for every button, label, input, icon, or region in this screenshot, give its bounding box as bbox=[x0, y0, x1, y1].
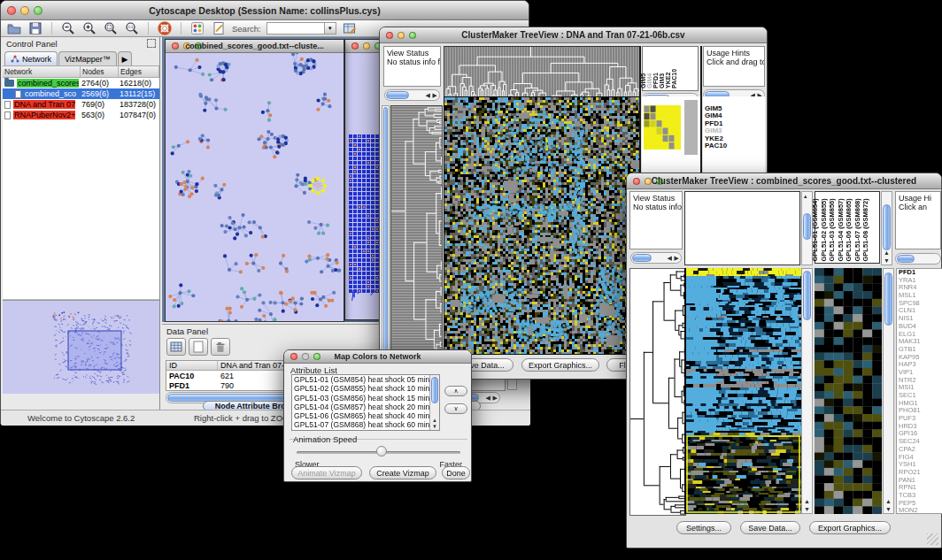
tv2-collabel-vscrollbar[interactable]: ▲▼ bbox=[881, 191, 892, 265]
zoom-selected-icon[interactable] bbox=[103, 21, 119, 35]
tv1-left-vscrollbar[interactable] bbox=[382, 105, 390, 353]
create-vizmap-button[interactable]: Create Vizmap bbox=[369, 466, 436, 479]
network-overview-canvas[interactable] bbox=[3, 301, 158, 394]
tv2-detail-heatmap[interactable] bbox=[815, 268, 882, 514]
tv2-titlebar[interactable]: ClusterMaker TreeView : combined_scores_… bbox=[627, 173, 941, 189]
tv2-heatmap[interactable] bbox=[686, 268, 801, 514]
column-label[interactable]: PAC10 bbox=[671, 69, 677, 88]
tv2-row-dendrogram[interactable] bbox=[629, 268, 686, 516]
control-panel: Control Panel Network VizMapper™ ▶ Netwo… bbox=[3, 37, 160, 410]
column-label[interactable]: GPL51-03 (GSM856) bbox=[828, 198, 837, 261]
tv1-status-hscrollbar[interactable]: ◀▶ bbox=[384, 89, 440, 101]
tv2-column-dendrogram[interactable] bbox=[684, 191, 800, 265]
zoom-in-icon[interactable] bbox=[81, 21, 97, 35]
open-folder-icon[interactable] bbox=[6, 21, 22, 35]
column-label[interactable]: GPL51-06 (GSM865) bbox=[845, 198, 853, 261]
column-label[interactable]: GIM4 bbox=[646, 73, 652, 88]
minimize-button[interactable] bbox=[363, 42, 370, 50]
tv1-row-dendrogram[interactable] bbox=[390, 105, 443, 355]
network-list-row[interactable]: combined_sco2569(6)13112(15) bbox=[3, 88, 159, 99]
gene-label[interactable]: MON2 bbox=[897, 507, 942, 514]
column-label[interactable]: GPL51-08 (GSM872) bbox=[861, 198, 870, 261]
save-icon[interactable] bbox=[27, 21, 43, 35]
done-button[interactable]: Done bbox=[442, 466, 470, 479]
move-up-glyph: ∧ bbox=[453, 387, 458, 395]
tv2-heatmap-vscrollbar[interactable]: ▲▼ bbox=[801, 268, 813, 514]
network-canvas[interactable] bbox=[166, 53, 344, 321]
network-name: DNA and Tran 07 bbox=[13, 100, 75, 109]
attribute-item[interactable]: GPL51-07 (GSM868) heat shock 60 min bbox=[292, 420, 439, 429]
attribute-item[interactable]: GPL51-03 (GSM856) heat shock 15 min bbox=[292, 394, 439, 403]
help-ring-icon[interactable] bbox=[157, 21, 173, 35]
tv2-export-graphics-button[interactable]: Export Graphics... bbox=[809, 521, 891, 534]
network-view-titlebar[interactable]: combined_scores_good.txt--cluste... bbox=[166, 40, 344, 53]
network-edges: 16218(0) bbox=[120, 79, 151, 88]
control-panel-title: Control Panel bbox=[3, 37, 159, 50]
column-label[interactable]: PFD1 bbox=[652, 73, 659, 88]
move-down-button[interactable]: ∨ bbox=[444, 403, 467, 414]
attribute-list-vscrollbar[interactable]: ▲▼ bbox=[429, 375, 439, 430]
network-view-window[interactable]: combined_scores_good.txt--cluste... bbox=[165, 39, 344, 322]
create-vizmap-label: Create Vizmap bbox=[376, 469, 429, 478]
status-welcome: Welcome to Cytoscape 2.6.2 bbox=[27, 413, 135, 423]
column-label[interactable]: GIM3 bbox=[659, 73, 665, 88]
view-status-title: View Status bbox=[633, 194, 675, 203]
tv1-titlebar[interactable]: ClusterMaker TreeView : DNA and Tran 07-… bbox=[380, 27, 767, 43]
search-input[interactable] bbox=[266, 22, 325, 35]
tv1-cluster-matrix[interactable] bbox=[644, 105, 681, 150]
vizmapper-icon[interactable] bbox=[189, 21, 205, 35]
column-label[interactable]: GPL51-04 (GSM857) bbox=[836, 198, 845, 261]
tv1-heatmap[interactable] bbox=[444, 96, 641, 355]
tv2-detail-vscrollbar[interactable]: ▲▼ bbox=[883, 268, 894, 514]
attribute-item[interactable]: GPL51-02 (GSM855) heat shock 10 min bbox=[292, 384, 439, 393]
attribute-item[interactable]: GPL51-06 (GSM865) heat shock 40 min bbox=[292, 411, 439, 420]
tv2-status-h-scrollbar[interactable]: ◀▶ bbox=[630, 252, 682, 264]
network-overview-panel[interactable] bbox=[3, 300, 159, 394]
tv2-column-labels[interactable]: GPL51-01 (GSM854)GPL51-02 (GSM855)GPL51-… bbox=[815, 191, 880, 264]
resize-grip[interactable] bbox=[927, 533, 938, 545]
tv2-save-data-button[interactable]: Save Data... bbox=[740, 521, 800, 534]
annotation-icon[interactable] bbox=[211, 21, 227, 35]
column-label[interactable]: GPL51-07 (GSM868) bbox=[853, 198, 861, 261]
tv2-gene-labels[interactable]: PFD1YRA1RNR4MSL1SPC98CLN1NIS1BUD4ELG1MAK… bbox=[896, 268, 942, 514]
zoom-actual-icon[interactable]: 1:1 bbox=[124, 21, 140, 35]
tab-network[interactable]: Network bbox=[4, 51, 58, 65]
move-up-button[interactable]: ∧ bbox=[444, 386, 467, 396]
dialog-titlebar[interactable]: Map Colors to Network bbox=[284, 350, 471, 364]
network-list-row[interactable]: RNAPuberNov2+563(0)107847(0) bbox=[3, 110, 159, 120]
tv1-column-labels[interactable]: GIM5GIM4PFD1GIM3YKE2PAC10 bbox=[642, 46, 699, 91]
close-button[interactable] bbox=[351, 42, 359, 50]
network-list-row[interactable]: combined_scores2764(0)16218(0) bbox=[3, 78, 159, 88]
tv1-export-graphics-label: Export Graphics... bbox=[529, 361, 592, 370]
tv1-column-dendrogram[interactable] bbox=[444, 46, 641, 97]
column-label[interactable]: GPL51-01 (GSM854) bbox=[811, 198, 820, 261]
network-list-empty-area[interactable] bbox=[3, 120, 159, 300]
tv1-export-graphics-button[interactable]: Export Graphics... bbox=[521, 358, 599, 372]
float-panel-icon[interactable] bbox=[147, 39, 156, 48]
zoom-out-icon[interactable] bbox=[60, 21, 76, 35]
column-label[interactable]: YKE2 bbox=[665, 73, 671, 88]
attribute-item[interactable]: GPL51-04 (GSM857) heat shock 20 min bbox=[292, 403, 439, 411]
column-label[interactable]: GPL51-02 (GSM855) bbox=[819, 198, 828, 261]
delete-attribute-icon[interactable] bbox=[211, 338, 230, 356]
tv2-hints-hscrollbar[interactable] bbox=[895, 253, 941, 265]
done-label: Done bbox=[446, 469, 466, 478]
search-dropdown-arrow-icon[interactable]: ▼ bbox=[325, 22, 336, 35]
attribute-item[interactable]: GPL51-01 (GSM854) heat shock 05 min bbox=[292, 375, 439, 384]
animate-vizmap-button: Animate Vizmap bbox=[291, 466, 362, 479]
select-attributes-icon[interactable] bbox=[166, 338, 186, 356]
network-list-row[interactable]: DNA and Tran 07769(0)183728(0) bbox=[3, 99, 159, 110]
tv1-view-status-panel: View StatusNo status info f bbox=[383, 46, 441, 87]
view-status-text: No status info f bbox=[387, 58, 440, 66]
tv2-settings-button[interactable]: Settings... bbox=[676, 521, 731, 534]
attribute-editor-icon[interactable] bbox=[342, 21, 358, 35]
create-attribute-icon[interactable] bbox=[189, 338, 208, 356]
row-label[interactable]: PAC10 bbox=[703, 142, 765, 150]
main-titlebar[interactable]: Cytoscape Desktop (Session Name: collins… bbox=[1, 1, 529, 20]
control-panel-title-text: Control Panel bbox=[6, 39, 58, 49]
column-label[interactable]: GIM5 bbox=[640, 73, 646, 88]
search-combobox[interactable]: ▼ bbox=[266, 22, 336, 35]
attribute-listbox[interactable]: GPL51-01 (GSM854) heat shock 05 minGPL51… bbox=[291, 374, 440, 431]
tab-vizmapper[interactable]: VizMapper™ bbox=[58, 51, 117, 65]
more-tabs-arrow-icon[interactable]: ▶ bbox=[118, 51, 132, 65]
